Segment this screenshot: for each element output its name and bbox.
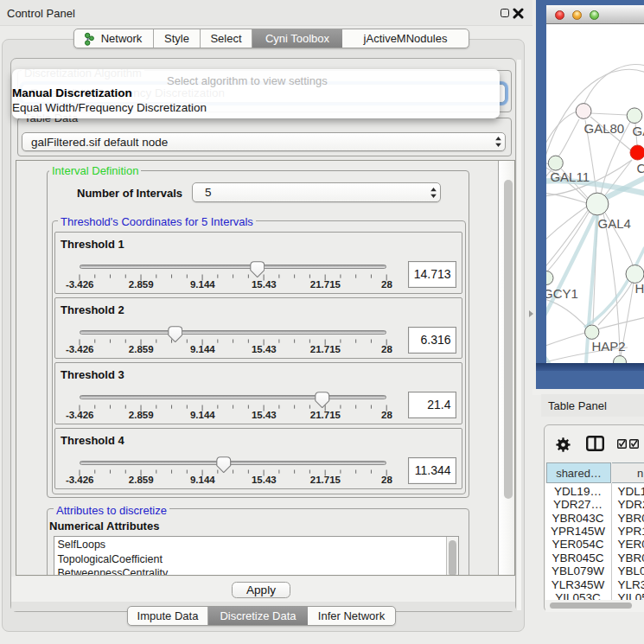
svg-text:HAP2: HAP2 [592,339,626,354]
svg-text:GA: GA [633,124,644,138]
svg-text:CD: CD [637,161,644,175]
svg-text:GAL4: GAL4 [598,216,631,231]
svg-text:GAL11: GAL11 [550,169,590,184]
svg-text:GAL80: GAL80 [584,121,625,136]
svg-text:GCY1: GCY1 [546,286,578,301]
svg-text:HAP: HAP [635,281,644,296]
